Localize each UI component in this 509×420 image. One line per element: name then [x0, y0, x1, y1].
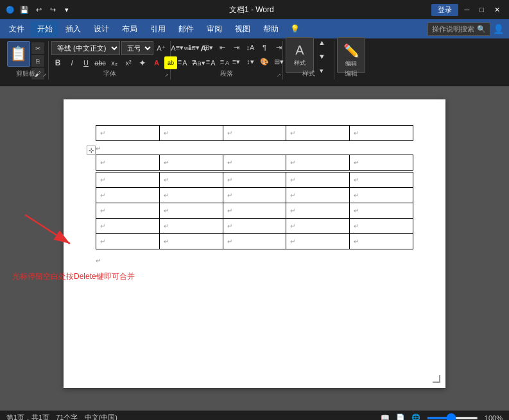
view-print[interactable]: 📄: [396, 414, 405, 420]
table-cell[interactable]: ↵: [159, 126, 223, 141]
menu-layout[interactable]: 布局: [116, 21, 144, 37]
cut-button[interactable]: ✂: [31, 42, 44, 54]
sort-button[interactable]: ↕A: [244, 41, 257, 54]
bold-button[interactable]: B: [51, 56, 64, 69]
page-resize-handle[interactable]: [433, 375, 440, 383]
table-cell[interactable]: ↵: [223, 203, 286, 219]
shading[interactable]: 🎨: [258, 55, 271, 68]
table-cell[interactable]: ↵: [350, 203, 413, 219]
edit-button[interactable]: ✏️ 编辑: [337, 37, 365, 73]
table-row: ↵ ↵ ↵ ↵ ↵: [96, 126, 413, 141]
paste-button[interactable]: 📋: [7, 41, 30, 67]
italic-button[interactable]: I: [65, 56, 78, 69]
superscript-button[interactable]: x²: [122, 56, 135, 69]
menu-mail[interactable]: 邮件: [172, 21, 200, 37]
font-name-select[interactable]: 等线 (中文正文): [51, 41, 120, 55]
table2-container: ⊹ ↵ ↵ ↵ ↵ ↵: [96, 155, 413, 171]
align-left[interactable]: ≡: [173, 55, 186, 68]
annotation-text: 光标停留空白处按Delete键即可合并: [12, 271, 135, 282]
styles-up[interactable]: ▲: [315, 36, 329, 49]
zoom-slider[interactable]: [427, 417, 478, 419]
table-cell[interactable]: ↵: [223, 219, 286, 234]
table-cell[interactable]: ↵: [223, 234, 286, 249]
table-cell[interactable]: ↵: [223, 188, 286, 203]
table-cell[interactable]: ↵: [159, 234, 223, 249]
view-web[interactable]: 🌐: [411, 414, 420, 420]
decrease-indent[interactable]: ⇤: [216, 41, 229, 54]
minimize-button[interactable]: ─: [461, 4, 474, 15]
table-cell[interactable]: ↵: [350, 155, 413, 171]
paragraph-expand[interactable]: ↗: [277, 72, 281, 78]
save-icon[interactable]: 💾: [19, 4, 30, 15]
close-button[interactable]: ✕: [490, 4, 504, 15]
table-cell[interactable]: ↵: [96, 126, 160, 141]
distribute[interactable]: ≡▾: [230, 55, 243, 68]
increase-indent[interactable]: ⇥: [230, 41, 243, 54]
clipboard-expand[interactable]: ↗: [42, 72, 47, 78]
table-cell[interactable]: ↵: [350, 188, 413, 203]
login-button[interactable]: 登录: [431, 4, 458, 16]
table-cell[interactable]: ↵: [286, 203, 350, 219]
numbering-button[interactable]: 1≡▾: [187, 41, 200, 54]
menu-help[interactable]: 帮助: [257, 21, 285, 37]
table-cell[interactable]: ↵: [350, 219, 413, 234]
table-cell[interactable]: ↵: [350, 172, 413, 188]
word-count: 71个字: [56, 413, 78, 420]
font-color-button[interactable]: A: [150, 56, 163, 69]
redo-icon[interactable]: ↪: [47, 4, 58, 15]
show-marks-button[interactable]: ¶: [258, 41, 271, 54]
align-center[interactable]: ≡: [187, 55, 200, 68]
table-cell[interactable]: ↵: [286, 234, 350, 249]
menu-review[interactable]: 审阅: [200, 21, 229, 37]
table-cell[interactable]: ↵: [159, 203, 223, 219]
menu-file[interactable]: 文件: [3, 21, 31, 37]
align-right[interactable]: ≡: [202, 55, 214, 68]
table-cell[interactable]: ↵: [286, 188, 350, 203]
font-size-increase[interactable]: A⁺: [155, 42, 168, 55]
font-expand[interactable]: ↗: [164, 72, 169, 78]
styles-button[interactable]: A 样式: [286, 37, 314, 73]
bullets-button[interactable]: ≡▾: [173, 41, 186, 54]
table-cell[interactable]: ↵: [223, 126, 286, 141]
styles-down[interactable]: ▼: [315, 50, 329, 63]
undo-icon[interactable]: ↩: [33, 4, 44, 15]
maximize-button[interactable]: □: [476, 4, 488, 15]
font-size-select[interactable]: 五号: [121, 41, 153, 55]
search-icon[interactable]: 🔍: [477, 25, 486, 33]
table-cell[interactable]: ↵: [223, 155, 286, 171]
lightbulb-icon: 💡: [290, 24, 300, 33]
multilevel-button[interactable]: ⊞▾: [202, 41, 214, 54]
underline-button[interactable]: U: [80, 56, 92, 69]
table-cell[interactable]: ↵: [286, 172, 350, 188]
line-spacing[interactable]: ↕▾: [244, 55, 257, 68]
table-cell[interactable]: ↵: [350, 234, 413, 249]
table-cell[interactable]: ↵: [286, 219, 350, 234]
table-cell[interactable]: ↵: [223, 172, 286, 188]
menu-home[interactable]: 开始: [31, 21, 59, 37]
strikethrough-button[interactable]: abc: [94, 56, 107, 69]
view-read[interactable]: 📖: [381, 414, 390, 420]
menu-references[interactable]: 引用: [144, 21, 172, 37]
menu-insert[interactable]: 插入: [59, 21, 87, 37]
table-cell[interactable]: ↵: [159, 188, 223, 203]
justify[interactable]: ≡: [216, 55, 229, 68]
menu-view[interactable]: 视图: [229, 21, 257, 37]
clear-format-button[interactable]: ✦: [136, 56, 149, 69]
table-cell[interactable]: ↵: [159, 172, 223, 188]
customize-icon[interactable]: ▾: [62, 4, 72, 15]
menu-design[interactable]: 设计: [87, 21, 116, 37]
title-bar: 🔵 💾 ↩ ↪ ▾ 文档1 - Word 登录 ─ □ ✕: [0, 0, 509, 19]
table-cell[interactable]: ↵: [350, 126, 413, 141]
table-cell[interactable]: ↵: [286, 126, 350, 141]
table-cell[interactable]: ↵: [286, 155, 350, 171]
search-label: 操作说明搜索: [432, 24, 474, 34]
subscript-button[interactable]: x₂: [108, 56, 121, 69]
table-cell[interactable]: ↵: [96, 188, 160, 203]
copy-button[interactable]: ⎘: [31, 55, 44, 67]
table-move-handle[interactable]: ⊹: [87, 146, 96, 155]
table-cell[interactable]: ↵: [159, 219, 223, 234]
table-cell[interactable]: ↵: [96, 172, 160, 188]
search-person-icon[interactable]: 👤: [493, 24, 504, 34]
table-cell[interactable]: ↵: [159, 155, 223, 171]
table-cell[interactable]: ↵: [96, 155, 160, 171]
